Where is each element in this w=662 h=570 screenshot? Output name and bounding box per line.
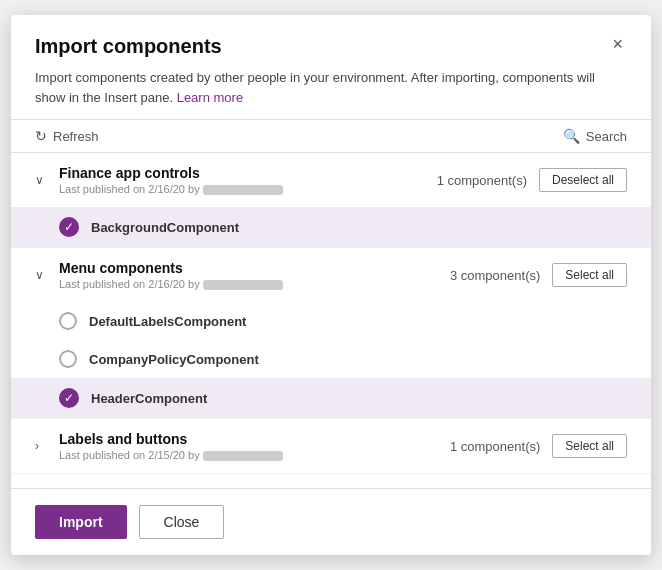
- section-subtitle-menu: Last published on 2/16/20 by: [59, 278, 283, 290]
- learn-more-link[interactable]: Learn more: [177, 90, 243, 105]
- section-header-menu[interactable]: ∨ Menu components Last published on 2/16…: [11, 248, 651, 302]
- checkbox-checked-finance-0: ✓: [59, 217, 79, 237]
- search-area[interactable]: 🔍 Search: [563, 128, 627, 144]
- refresh-button[interactable]: ↻ Refresh: [35, 128, 99, 144]
- component-row-menu-2[interactable]: ✓ HeaderComponent: [11, 378, 651, 418]
- component-row-finance-0[interactable]: ✓ BackgroundComponent: [11, 207, 651, 247]
- chevron-icon-finance: ∨: [35, 173, 51, 187]
- section-title-labels: Labels and buttons: [59, 431, 283, 447]
- section-subtitle-labels: Last published on 2/15/20 by: [59, 449, 283, 461]
- component-name-menu-0: DefaultLabelsComponent: [89, 314, 246, 329]
- component-name-menu-2: HeaderComponent: [91, 391, 207, 406]
- dialog-title: Import components: [35, 35, 222, 58]
- import-components-dialog: Import components × Import components cr…: [11, 15, 651, 555]
- component-name-menu-1: CompanyPolicyComponent: [89, 352, 259, 367]
- dialog-header: Import components ×: [11, 15, 651, 68]
- section-title-finance: Finance app controls: [59, 165, 283, 181]
- radio-circle-menu-0: [59, 312, 77, 330]
- section-title-menu: Menu components: [59, 260, 283, 276]
- component-count-finance: 1 component(s): [437, 173, 527, 188]
- chevron-icon-menu: ∨: [35, 268, 51, 282]
- author-blurred-finance: [203, 185, 283, 195]
- component-row-menu-0[interactable]: DefaultLabelsComponent: [11, 302, 651, 340]
- deselect-all-button-finance[interactable]: Deselect all: [539, 168, 627, 192]
- component-name-finance-0: BackgroundComponent: [91, 220, 239, 235]
- component-row-menu-1[interactable]: CompanyPolicyComponent: [11, 340, 651, 378]
- close-icon-button[interactable]: ×: [608, 35, 627, 53]
- refresh-icon: ↻: [35, 128, 47, 144]
- section-header-finance[interactable]: ∨ Finance app controls Last published on…: [11, 153, 651, 207]
- close-button[interactable]: Close: [139, 505, 225, 539]
- component-count-labels: 1 component(s): [450, 439, 540, 454]
- radio-circle-menu-1: [59, 350, 77, 368]
- search-icon: 🔍: [563, 128, 580, 144]
- dialog-description: Import components created by other peopl…: [11, 68, 651, 119]
- dialog-footer: Import Close: [11, 488, 651, 555]
- section-header-labels[interactable]: › Labels and buttons Last published on 2…: [11, 419, 651, 473]
- author-blurred-labels: [203, 451, 283, 461]
- select-all-button-labels[interactable]: Select all: [552, 434, 627, 458]
- section-labels: › Labels and buttons Last published on 2…: [11, 419, 651, 474]
- section-menu: ∨ Menu components Last published on 2/16…: [11, 248, 651, 419]
- toolbar: ↻ Refresh 🔍 Search: [11, 119, 651, 153]
- select-all-button-menu[interactable]: Select all: [552, 263, 627, 287]
- import-button[interactable]: Import: [35, 505, 127, 539]
- components-list: ∨ Finance app controls Last published on…: [11, 153, 651, 488]
- section-subtitle-finance: Last published on 2/16/20 by: [59, 183, 283, 195]
- section-finance: ∨ Finance app controls Last published on…: [11, 153, 651, 248]
- checkbox-checked-menu-2: ✓: [59, 388, 79, 408]
- author-blurred-menu: [203, 280, 283, 290]
- component-count-menu: 3 component(s): [450, 268, 540, 283]
- chevron-icon-labels: ›: [35, 439, 51, 453]
